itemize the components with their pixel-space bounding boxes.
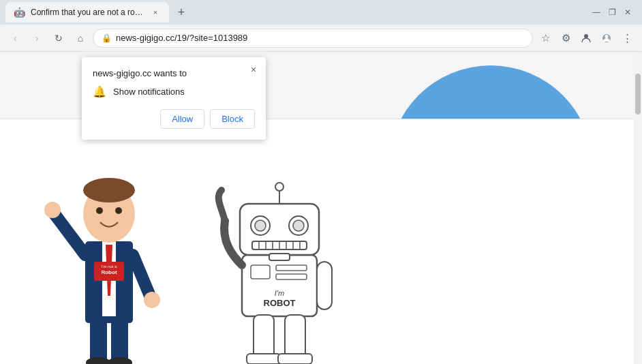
address-bar[interactable]: 🔒 news-gigigo.cc/19/?site=1013989 <box>93 29 533 48</box>
illustration-area: I'm not a Robot <box>0 119 634 364</box>
svg-rect-44 <box>247 354 281 364</box>
new-tab-button[interactable]: + <box>172 3 191 22</box>
bookmark-button[interactable]: ☆ <box>536 29 555 48</box>
svg-point-29 <box>293 220 304 231</box>
svg-point-2 <box>605 35 609 38</box>
extensions-button[interactable]: ⚙ <box>556 29 575 48</box>
svg-rect-22 <box>251 265 270 279</box>
svg-rect-23 <box>276 265 307 271</box>
allow-button[interactable]: Allow <box>160 109 204 129</box>
tab-title: Confirm that you are not a robot <box>31 7 144 17</box>
account-button[interactable] <box>597 29 616 48</box>
browser-tab[interactable]: 🤖 Confirm that you are not a robot × <box>5 2 169 22</box>
page-content: Type allow to verify that you are not ro… <box>0 52 642 364</box>
svg-line-12 <box>133 255 150 296</box>
svg-rect-40 <box>269 254 290 260</box>
svg-text:ROBOT: ROBOT <box>264 298 296 308</box>
svg-rect-42 <box>254 315 274 359</box>
svg-point-7 <box>83 178 135 202</box>
svg-point-11 <box>44 202 61 218</box>
menu-button[interactable]: ⋮ <box>617 29 637 48</box>
forward-button[interactable]: › <box>27 29 46 48</box>
svg-point-27 <box>255 220 266 231</box>
svg-rect-45 <box>278 354 312 364</box>
popup-actions: Allow Block <box>93 109 255 129</box>
popup-header: news-gigigo.cc wants to <box>93 68 255 78</box>
svg-point-39 <box>275 183 284 191</box>
svg-line-10 <box>55 214 85 255</box>
scrollbar-thumb[interactable] <box>635 74 641 115</box>
browser-window: 🤖 Confirm that you are not a robot × + —… <box>0 0 642 364</box>
minimize-button[interactable]: — <box>592 7 600 17</box>
popup-close-button[interactable]: × <box>247 63 260 76</box>
svg-text:I'm not a: I'm not a <box>102 264 117 269</box>
tab-favicon: 🤖 <box>14 7 25 18</box>
home-button[interactable]: ⌂ <box>71 29 90 48</box>
profile-button[interactable] <box>577 29 596 48</box>
svg-point-9 <box>115 207 122 214</box>
tab-close-button[interactable]: × <box>150 7 161 18</box>
url-text: news-gigigo.cc/19/?site=1013989 <box>116 33 524 43</box>
toolbar-icons: ☆ ⚙ ⋮ <box>536 29 637 48</box>
businessman-figure: I'm not a Robot <box>41 132 177 364</box>
svg-point-8 <box>96 207 103 214</box>
address-bar-row: ‹ › ↻ ⌂ 🔒 news-gigigo.cc/19/?site=101398… <box>0 25 642 52</box>
block-button[interactable]: Block <box>210 109 255 129</box>
popup-notification-row: 🔔 Show notifications <box>93 85 255 98</box>
close-button[interactable]: ✕ <box>624 7 631 17</box>
bell-icon: 🔔 <box>93 85 106 98</box>
svg-rect-41 <box>317 262 332 309</box>
svg-text:Robot: Robot <box>101 269 117 275</box>
robot-figure: I'm ROBOT <box>204 160 354 364</box>
reload-button[interactable]: ↻ <box>49 29 68 48</box>
notification-popup: news-gigigo.cc wants to × 🔔 Show notific… <box>82 57 266 140</box>
back-button[interactable]: ‹ <box>5 29 25 48</box>
svg-text:I'm: I'm <box>275 289 284 297</box>
scrollbar[interactable] <box>634 52 642 364</box>
svg-point-13 <box>144 292 160 308</box>
maximize-button[interactable]: ❐ <box>609 7 616 17</box>
lock-icon: 🔒 <box>102 33 112 43</box>
svg-point-0 <box>584 34 588 38</box>
svg-rect-24 <box>276 274 307 279</box>
notification-label: Show notifications <box>113 87 185 97</box>
svg-rect-43 <box>285 315 305 359</box>
